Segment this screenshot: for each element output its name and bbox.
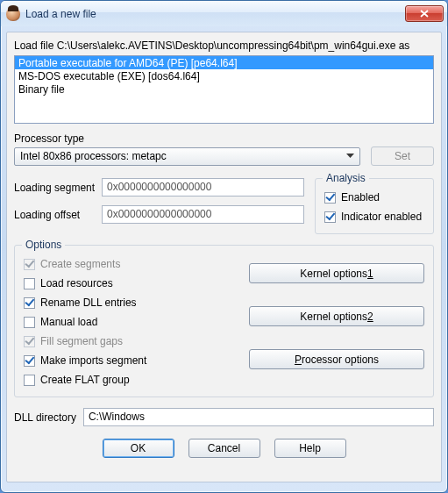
indicator-checkbox[interactable] — [324, 211, 336, 223]
loading-offset-label: Loading offset — [14, 209, 102, 221]
kernel-options-2-button[interactable]: Kernel options 2 — [249, 306, 424, 326]
cancel-button[interactable]: Cancel — [188, 439, 260, 458]
loading-segment-input[interactable]: 0x0000000000000000 — [102, 178, 304, 196]
manual-load-label: Manual load — [40, 316, 97, 328]
set-button[interactable]: Set — [371, 146, 434, 166]
close-icon — [420, 10, 429, 18]
dll-directory-label: DLL directory — [14, 411, 76, 424]
list-item[interactable]: Portable executable for AMD64 (PE) [pe64… — [15, 56, 433, 69]
client-area: Load file C:\Users\alekc.AVETINS\Desktop… — [6, 32, 442, 482]
analysis-title: Analysis — [323, 172, 369, 184]
indicator-label: Indicator enabled — [341, 211, 422, 223]
load-resources-checkbox[interactable] — [24, 278, 35, 289]
titlebar[interactable]: Load a new file — [1, 1, 447, 26]
create-segments-label: Create segments — [40, 258, 120, 270]
options-title: Options — [22, 239, 65, 251]
create-flat-checkbox[interactable] — [24, 375, 35, 386]
list-item[interactable]: Binary file — [15, 82, 433, 96]
loading-offset-input[interactable]: 0x0000000000000000 — [102, 205, 304, 224]
options-group: Options Create segments Load resources R… — [14, 245, 434, 397]
enabled-label: Enabled — [341, 191, 380, 204]
processor-options-button[interactable]: Processor options — [249, 349, 424, 369]
rename-dll-checkbox[interactable] — [24, 297, 35, 309]
load-file-label: Load file C:\Users\alekc.AVETINS\Desktop… — [14, 39, 434, 52]
dll-directory-input[interactable]: C:\Windows — [83, 408, 434, 426]
file-type-list[interactable]: Portable executable for AMD64 (PE) [pe64… — [14, 55, 434, 124]
app-icon — [6, 7, 20, 21]
create-segments-checkbox — [24, 259, 35, 270]
create-flat-label: Create FLAT group — [40, 374, 130, 386]
ok-button[interactable]: OK — [103, 439, 174, 458]
make-imports-checkbox[interactable] — [24, 355, 35, 367]
processor-type-dropdown[interactable]: Intel 80x86 processors: metapc — [14, 147, 360, 166]
processor-type-label: Processor type — [14, 132, 434, 145]
rename-dll-label: Rename DLL entries — [40, 297, 137, 309]
fill-gaps-checkbox — [24, 336, 35, 347]
window-title: Load a new file — [25, 8, 405, 20]
chevron-down-icon — [344, 149, 357, 164]
close-button[interactable] — [405, 5, 444, 22]
make-imports-label: Make imports segment — [40, 354, 146, 367]
load-resources-label: Load resources — [40, 277, 113, 289]
dialog-window: Load a new file Load file C:\Users\alekc… — [0, 0, 448, 493]
fill-gaps-label: Fill segment gaps — [40, 335, 123, 347]
processor-type-value: Intel 80x86 processors: metapc — [20, 150, 344, 162]
manual-load-checkbox[interactable] — [24, 317, 35, 328]
list-item[interactable]: MS-DOS executable (EXE) [dos64.l64] — [15, 69, 433, 82]
enabled-checkbox[interactable] — [324, 192, 336, 204]
help-button[interactable]: Help — [274, 439, 346, 458]
kernel-options-1-button[interactable]: Kernel options 1 — [249, 263, 424, 283]
analysis-group: Analysis Enabled Indicator enabled — [315, 178, 434, 234]
loading-segment-label: Loading segment — [14, 182, 102, 194]
